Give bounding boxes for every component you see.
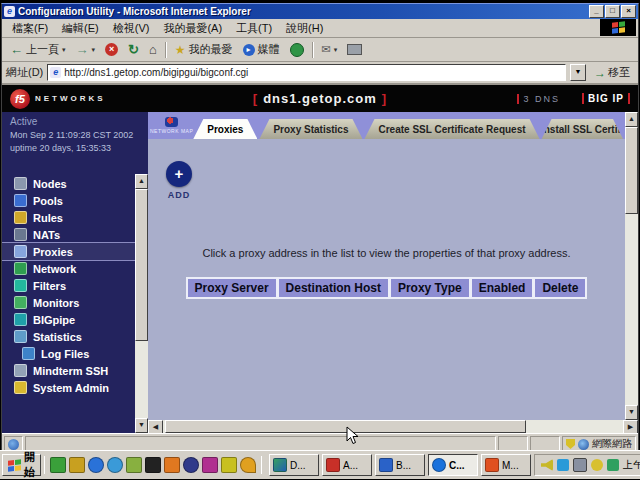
forward-button[interactable]: → ▾ (72, 42, 100, 57)
sidebar-item-network[interactable]: Network (2, 260, 148, 277)
sidebar-item-filters[interactable]: Filters (2, 277, 148, 294)
brand-links: 3 DNS BIG IP (517, 93, 630, 104)
add-icon[interactable]: + (166, 161, 192, 187)
maximize-button[interactable]: □ (605, 5, 620, 18)
quick-launch-icon-4[interactable] (107, 457, 123, 473)
scrollbar-track[interactable] (135, 189, 148, 418)
sidebar-item-nats[interactable]: NATs (2, 226, 148, 243)
sidebar-item-monitors[interactable]: Monitors (2, 294, 148, 311)
link-3dns[interactable]: 3 DNS (517, 94, 560, 104)
quick-launch-icon-2[interactable] (69, 457, 85, 473)
close-button[interactable]: × (621, 5, 636, 18)
content-horizontal-scrollbar[interactable]: ◀ ▶ (148, 420, 638, 433)
quick-launch-icon-6[interactable] (145, 457, 161, 473)
favorites-button[interactable]: ★ 我的最愛 (171, 41, 237, 58)
content-vertical-scrollbar[interactable]: ▲ ▼ (625, 112, 638, 420)
forward-dropdown-icon[interactable]: ▾ (92, 46, 96, 54)
menu-edit[interactable]: 編輯(E) (56, 20, 105, 37)
mail-icon: ✉ (322, 43, 331, 56)
sidebar-item-mindterm-ssh[interactable]: Mindterm SSH (2, 362, 148, 379)
sidebar-item-proxies[interactable]: Proxies (2, 243, 148, 260)
sidebar-item-log-files[interactable]: Log Files (2, 345, 148, 362)
system-info: Active Mon Sep 2 11:09:28 CST 2002 uptim… (2, 112, 148, 153)
desktop: e Configuration Utility - Microsoft Inte… (0, 0, 640, 480)
taskbar-divider (44, 456, 45, 474)
menu-favorites[interactable]: 我的最愛(A) (157, 20, 228, 37)
media-button[interactable]: ▸ 媒體 (239, 41, 284, 58)
quick-launch-icon-9[interactable] (202, 457, 218, 473)
network-status-icon[interactable] (607, 459, 619, 471)
sidebar-item-pools[interactable]: Pools (2, 192, 148, 209)
quick-launch-icon-1[interactable] (50, 457, 66, 473)
address-input[interactable]: e http://dns1.getop.com/bigipgui/bigconf… (47, 64, 566, 81)
taskbar-window-5[interactable]: M... (481, 454, 531, 476)
menu-tools[interactable]: 工具(T) (230, 20, 278, 37)
sidebar-item-statistics[interactable]: Statistics (2, 328, 148, 345)
minimize-button[interactable]: _ (589, 5, 604, 18)
taskbar-window-3[interactable]: B... (375, 454, 425, 476)
pools-icon (14, 194, 27, 207)
back-dropdown-icon[interactable]: ▾ (62, 46, 66, 54)
system-tray: 上午 11:00 (534, 454, 640, 476)
history-button[interactable] (286, 42, 308, 58)
refresh-icon: ↻ (128, 42, 139, 57)
quick-launch-icon-5[interactable] (126, 457, 142, 473)
display-icon[interactable] (573, 458, 587, 472)
quick-launch-icon-8[interactable] (183, 457, 199, 473)
mail-button[interactable]: ✉ ▾ (318, 42, 342, 57)
column-header-enabled: Enabled (470, 277, 534, 299)
scroll-down-icon[interactable]: ▼ (135, 418, 148, 433)
sidebar-item-label: Statistics (33, 331, 82, 343)
menu-view[interactable]: 檢視(V) (107, 20, 156, 37)
scrollbar-thumb[interactable] (135, 189, 148, 341)
add-proxy-control[interactable]: + ADD (166, 161, 192, 200)
tab-proxy-statistics[interactable]: Proxy Statistics (259, 119, 362, 139)
menu-help[interactable]: 說明(H) (280, 20, 329, 37)
volume-icon[interactable] (541, 459, 553, 471)
quick-launch-icon-10[interactable] (221, 457, 237, 473)
scroll-up-icon[interactable]: ▲ (135, 174, 148, 189)
go-button[interactable]: → 移至 (590, 65, 634, 80)
scrollbar-track[interactable] (163, 420, 623, 433)
menu-file[interactable]: 檔案(F) (6, 20, 54, 37)
back-label: 上一頁 (26, 42, 59, 57)
scrollbar-thumb[interactable] (625, 127, 638, 214)
scroll-down-icon[interactable]: ▼ (625, 405, 638, 420)
mail-dropdown-icon[interactable]: ▾ (334, 46, 338, 54)
sidebar-item-nodes[interactable]: Nodes (2, 175, 148, 192)
quick-launch-icon-7[interactable] (164, 457, 180, 473)
scrollbar-thumb[interactable] (165, 420, 526, 433)
print-button[interactable] (343, 43, 366, 56)
scroll-up-icon[interactable]: ▲ (625, 112, 638, 127)
network-map-icon (165, 117, 178, 127)
stop-button[interactable]: × (101, 42, 122, 57)
sidebar-item-rules[interactable]: Rules (2, 209, 148, 226)
messenger-icon[interactable] (557, 459, 569, 471)
scheduler-icon[interactable] (591, 459, 603, 471)
taskbar-window-2[interactable]: A... (322, 454, 372, 476)
windows-logo-icon (600, 19, 636, 36)
window-5-icon (485, 458, 499, 472)
quick-launch-icon-11[interactable] (240, 457, 256, 473)
tab-proxies[interactable]: Proxies (193, 119, 257, 139)
start-button[interactable]: 開始 (2, 454, 41, 476)
sidebar-item-system-admin[interactable]: System Admin (2, 379, 148, 396)
address-dropdown-button[interactable]: ▼ (570, 64, 586, 81)
sidebar-item-label: Nodes (33, 178, 67, 190)
scrollbar-track[interactable] (625, 127, 638, 405)
sidebar-scrollbar[interactable]: ▲ ▼ (135, 174, 148, 433)
network-map-button[interactable]: NETWORK MAP (150, 112, 193, 139)
favorites-icon: ★ (175, 43, 186, 57)
taskbar-window-4-active[interactable]: C... (428, 454, 478, 476)
tab-install-ssl-certificate[interactable]: Install SSL Certifi (542, 119, 623, 139)
f5-brand-header: f5 NETWORKS [dns1.getop.com] 3 DNS BIG I… (2, 85, 638, 112)
tab-create-ssl-certificate-request[interactable]: Create SSL Certificate Request (364, 119, 539, 139)
browser-toolbar: ← 上一頁 ▾ → ▾ × ↻ ⌂ ★ 我的最愛 ▸ (2, 38, 638, 62)
home-button[interactable]: ⌂ (145, 41, 161, 58)
link-bigip[interactable]: BIG IP (582, 93, 630, 104)
refresh-button[interactable]: ↻ (124, 41, 143, 58)
back-button[interactable]: ← 上一頁 ▾ (6, 41, 70, 58)
quick-launch-icon-3[interactable] (88, 457, 104, 473)
taskbar-window-1[interactable]: D... (269, 454, 319, 476)
sidebar-item-bigpipe[interactable]: BIGpipe (2, 311, 148, 328)
